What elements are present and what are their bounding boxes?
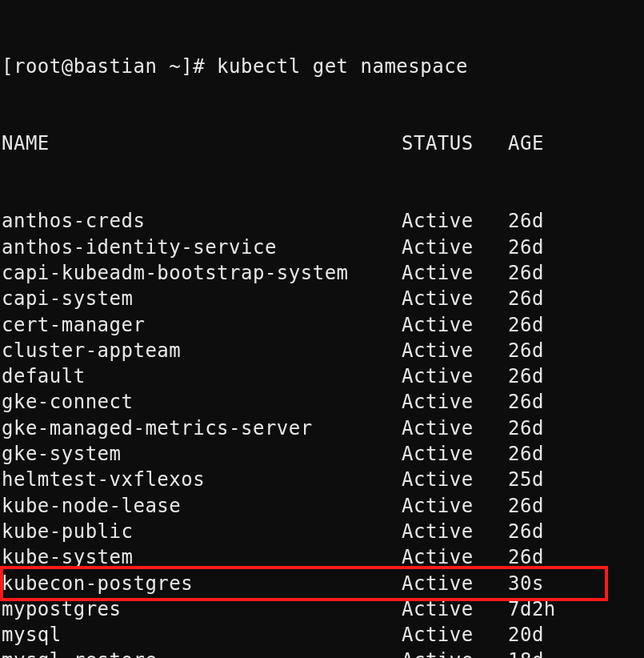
table-row: capi-systemActive26d	[2, 286, 644, 311]
cell-age: 26d	[508, 493, 628, 519]
table-row: kubecon-postgresActive30s	[2, 571, 644, 596]
cell-status: Active	[402, 544, 508, 570]
cell-name: cluster-appteam	[2, 338, 402, 363]
cell-age: 26d	[508, 544, 628, 570]
cell-name: default	[2, 363, 402, 389]
cell-status: Active	[402, 389, 508, 415]
cell-age: 26d	[508, 389, 628, 415]
cell-age: 26d	[508, 312, 628, 338]
table-row: mysqlActive20d	[2, 622, 644, 648]
table-row: kube-publicActive26d	[2, 519, 644, 544]
cell-name: kube-public	[2, 519, 402, 544]
cell-age: 26d	[508, 338, 628, 363]
cell-name: kube-node-lease	[2, 493, 402, 519]
cell-name: anthos-identity-service	[2, 235, 402, 260]
cell-age: 26d	[508, 363, 628, 389]
cell-status: Active	[402, 571, 508, 596]
cell-status: Active	[402, 596, 508, 622]
table-header-row: NAME STATUS AGE	[2, 130, 644, 156]
table-row: anthos-credsActive26d	[2, 208, 644, 234]
cell-status: Active	[402, 286, 508, 311]
cell-name: mypostgres	[2, 596, 402, 622]
cell-name: capi-system	[2, 286, 402, 311]
cell-name: cert-manager	[2, 312, 402, 338]
header-name: NAME	[2, 130, 402, 156]
cell-status: Active	[402, 622, 508, 648]
cell-name: kube-system	[2, 544, 402, 570]
cell-status: Active	[402, 235, 508, 260]
cell-age: 7d2h	[508, 596, 628, 622]
cell-status: Active	[402, 208, 508, 234]
cell-age: 18d	[508, 648, 628, 658]
cell-status: Active	[402, 312, 508, 338]
table-row: kube-node-leaseActive26d	[2, 493, 644, 519]
table-row: anthos-identity-serviceActive26d	[2, 235, 644, 260]
cell-name: capi-kubeadm-bootstrap-system	[2, 260, 402, 286]
cell-age: 25d	[508, 467, 628, 492]
cell-status: Active	[402, 493, 508, 519]
cell-status: Active	[402, 648, 508, 658]
cell-name: mysql-restore	[2, 648, 402, 658]
cell-status: Active	[402, 415, 508, 441]
cell-age: 26d	[508, 415, 628, 441]
cell-status: Active	[402, 363, 508, 389]
table-row: defaultActive26d	[2, 363, 644, 389]
cell-name: anthos-creds	[2, 208, 402, 234]
header-age: AGE	[508, 130, 628, 156]
table-row: helmtest-vxflexosActive25d	[2, 467, 644, 492]
cell-name: kubecon-postgres	[2, 571, 402, 596]
cell-age: 26d	[508, 208, 628, 234]
table-row: capi-kubeadm-bootstrap-systemActive26d	[2, 260, 644, 286]
cell-age: 26d	[508, 260, 628, 286]
table-body: anthos-credsActive26danthos-identity-ser…	[2, 208, 644, 658]
cell-status: Active	[402, 260, 508, 286]
cell-name: gke-connect	[2, 389, 402, 415]
cell-status: Active	[402, 441, 508, 467]
cell-name: gke-managed-metrics-server	[2, 415, 402, 441]
table-row: cluster-appteamActive26d	[2, 338, 644, 363]
cell-name: mysql	[2, 622, 402, 648]
shell-command: kubectl get namespace	[217, 55, 468, 78]
table-row: gke-managed-metrics-serverActive26d	[2, 415, 644, 441]
cell-name: gke-system	[2, 441, 402, 467]
table-row: mysql-restoreActive18d	[2, 648, 644, 658]
cell-age: 26d	[508, 286, 628, 311]
cell-status: Active	[402, 338, 508, 363]
table-row: kube-systemActive26d	[2, 544, 644, 570]
shell-prompt-line: [root@bastian ~]# kubectl get namespace	[2, 54, 644, 79]
shell-prompt: [root@bastian ~]#	[2, 55, 217, 78]
table-row: cert-managerActive26d	[2, 312, 644, 338]
cell-name: helmtest-vxflexos	[2, 467, 402, 492]
cell-age: 26d	[508, 441, 628, 467]
cell-age: 26d	[508, 235, 628, 260]
table-row: gke-systemActive26d	[2, 441, 644, 467]
cell-age: 20d	[508, 622, 628, 648]
terminal-output: [root@bastian ~]# kubectl get namespace …	[0, 0, 644, 658]
cell-status: Active	[402, 519, 508, 544]
cell-status: Active	[402, 467, 508, 492]
table-row: mypostgresActive7d2h	[2, 596, 644, 622]
cell-age: 26d	[508, 519, 628, 544]
table-row: gke-connectActive26d	[2, 389, 644, 415]
header-status: STATUS	[402, 130, 508, 156]
cell-age: 30s	[508, 571, 628, 596]
